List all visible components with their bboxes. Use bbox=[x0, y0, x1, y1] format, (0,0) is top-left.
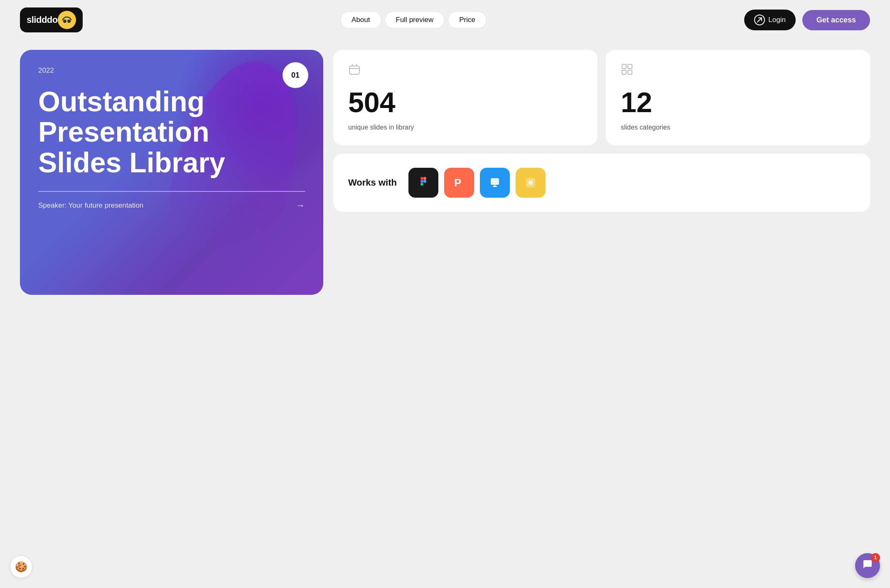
get-access-button[interactable]: Get access bbox=[802, 10, 870, 30]
svg-point-1 bbox=[67, 20, 71, 23]
hero-title: Outstanding Presentation Slides Library bbox=[38, 86, 271, 178]
google-slides-icon bbox=[516, 168, 546, 198]
cookie-icon: 🍪 bbox=[15, 561, 27, 573]
svg-rect-2 bbox=[349, 66, 359, 74]
logo-text: slidddo bbox=[27, 15, 58, 25]
login-button[interactable]: Login bbox=[744, 10, 796, 30]
svg-point-11 bbox=[423, 180, 426, 183]
svg-rect-13 bbox=[491, 178, 499, 185]
price-nav-button[interactable]: Price bbox=[448, 11, 487, 29]
unique-slides-number: 504 bbox=[348, 88, 583, 116]
works-with-label: Works with bbox=[348, 177, 397, 188]
main-content: 2022 01 Outstanding Presentation Slides … bbox=[0, 40, 890, 311]
full-preview-nav-button[interactable]: Full preview bbox=[385, 11, 445, 29]
svg-rect-15 bbox=[529, 181, 533, 185]
svg-text:P: P bbox=[454, 176, 461, 189]
works-with-card: Works with P bbox=[333, 154, 870, 212]
unique-slides-card: 504 unique slides in library bbox=[333, 50, 597, 145]
login-label: Login bbox=[768, 16, 786, 24]
nav-right: Login Get access bbox=[744, 10, 870, 30]
hero-card: 2022 01 Outstanding Presentation Slides … bbox=[20, 50, 323, 295]
calendar-icon bbox=[348, 63, 583, 78]
svg-point-0 bbox=[63, 20, 66, 23]
hero-year: 2022 bbox=[38, 66, 305, 75]
nav-left: slidddo bbox=[20, 7, 83, 32]
stats-row: 504 unique slides in library 12 slides c… bbox=[333, 50, 870, 145]
right-col: 504 unique slides in library 12 slides c… bbox=[333, 50, 870, 212]
nav-center: About Full preview Price bbox=[340, 11, 487, 29]
svg-rect-8 bbox=[423, 177, 426, 180]
logo-text-bg: slidddo bbox=[20, 7, 83, 32]
unique-slides-label: unique slides in library bbox=[348, 123, 583, 132]
app-icons: P bbox=[408, 168, 546, 198]
hero-badge: 01 bbox=[283, 62, 308, 88]
categories-label: slides categories bbox=[621, 123, 855, 132]
grid-icon bbox=[621, 63, 855, 78]
cookie-button[interactable]: 🍪 bbox=[10, 556, 32, 578]
figma-icon bbox=[408, 168, 438, 198]
categories-card: 12 slides categories bbox=[606, 50, 870, 145]
svg-rect-5 bbox=[622, 70, 626, 74]
chat-badge: 1 bbox=[871, 553, 880, 562]
logo-emoji bbox=[58, 11, 76, 29]
svg-rect-4 bbox=[628, 64, 632, 69]
about-nav-button[interactable]: About bbox=[340, 11, 381, 29]
svg-rect-9 bbox=[420, 180, 423, 183]
svg-rect-6 bbox=[628, 70, 632, 74]
svg-rect-7 bbox=[420, 177, 423, 180]
svg-rect-3 bbox=[622, 64, 626, 69]
logo: slidddo bbox=[20, 7, 83, 32]
navbar: slidddo About Full preview Price Login G bbox=[0, 0, 890, 40]
hero-speaker: Speaker: Your future presentation bbox=[38, 201, 143, 210]
svg-rect-10 bbox=[420, 183, 423, 186]
keynote-icon bbox=[480, 168, 510, 198]
hero-footer: Speaker: Your future presentation → bbox=[38, 200, 305, 211]
categories-number: 12 bbox=[621, 88, 855, 116]
powerpoint-icon: P bbox=[444, 168, 474, 198]
login-arrow-icon bbox=[754, 15, 765, 25]
hero-arrow-icon: → bbox=[296, 200, 305, 211]
hero-divider bbox=[38, 191, 305, 192]
chat-button[interactable]: 1 bbox=[855, 553, 880, 578]
